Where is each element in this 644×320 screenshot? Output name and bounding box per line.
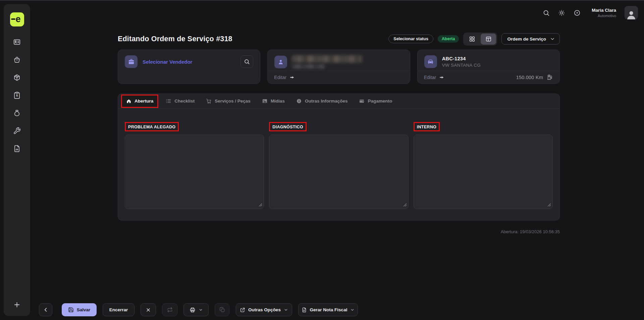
back-button[interactable]: [39, 303, 52, 316]
other-options-button[interactable]: Outras Opções: [236, 303, 292, 316]
tab-abertura[interactable]: Abertura: [122, 95, 157, 107]
fields-row: PROBLEMA ALEGADO DIAGNÓSTICO INTERNO: [118, 109, 559, 209]
field-label: PROBLEMA ALEGADO: [128, 125, 175, 129]
vehicle-edit-link[interactable]: Editar: [424, 75, 445, 80]
save-label: Salvar: [77, 307, 91, 312]
fuel-icon[interactable]: [547, 74, 553, 80]
svg-text:?: ?: [576, 11, 578, 15]
wrench-icon: [13, 127, 21, 135]
cards-row: Selecionar Vendedor Editar: [118, 50, 560, 84]
customer-edit-label: Editar: [274, 75, 286, 80]
sidebar-item-services[interactable]: [13, 127, 21, 135]
close-order-button[interactable]: Encerrar: [103, 303, 135, 316]
grid-view-button[interactable]: [464, 34, 480, 45]
tab-label: Serviços / Peças: [215, 99, 251, 104]
order-panel: Abertura Checklist Serviços / Peças Mídi…: [118, 93, 560, 220]
other-options-label: Outras Opções: [248, 307, 281, 312]
printer-icon: [190, 307, 196, 313]
close-icon: [146, 307, 151, 313]
head-controls: Selecionar status Aberta Ordem de Serviç…: [388, 33, 560, 46]
chevron-down-icon: [350, 308, 355, 312]
sidebar: e $: [4, 4, 30, 316]
arrow-right-icon: [439, 75, 444, 80]
vendor-card: Selecionar Vendedor: [118, 50, 260, 84]
generate-invoice-button[interactable]: Gerar Nota Fiscal: [298, 303, 358, 316]
interno-textarea[interactable]: [414, 135, 553, 209]
user-name: Maria Clara: [592, 8, 616, 13]
odometer: 150.000 Km: [516, 74, 553, 80]
redacted-line-1: [292, 55, 362, 63]
app-logo[interactable]: e: [10, 12, 24, 26]
chevron-down-icon: [550, 36, 555, 42]
opened-at-timestamp: Abertura: 19/03/2026 10:56:35: [118, 229, 560, 234]
diagnostico-textarea[interactable]: [269, 135, 408, 209]
redacted-line-2: [292, 64, 324, 69]
vendor-search-button[interactable]: [240, 55, 253, 68]
status-badge: Aberta: [438, 35, 459, 43]
table-view-icon: [485, 36, 492, 42]
sidebar-item-products[interactable]: [13, 73, 21, 81]
money-bag-icon: [13, 109, 21, 117]
save-icon: [68, 307, 74, 313]
sidebar-item-sales[interactable]: [13, 56, 21, 64]
page-title: Editando Ordem de Serviço #318: [118, 35, 232, 43]
id-card-icon: [13, 38, 21, 46]
status-selector-button[interactable]: Selecionar status: [388, 35, 433, 43]
sidebar-item-finance[interactable]: [13, 109, 21, 117]
avatar[interactable]: [625, 6, 638, 19]
sidebar-item-reports[interactable]: [13, 144, 21, 152]
generate-invoice-label: Gerar Nota Fiscal: [310, 307, 347, 312]
cancel-button[interactable]: [141, 303, 156, 316]
logo-bar: [11, 18, 15, 20]
wallet-icon: [359, 98, 365, 104]
tabbar: Abertura Checklist Serviços / Peças Mídi…: [118, 94, 559, 109]
duplicate-button[interactable]: [215, 303, 229, 316]
vehicle-card: ABC-1234 VW SANTANA CG Editar 150.000 Km: [417, 50, 560, 84]
close-order-label: Encerrar: [109, 307, 128, 312]
view-toggle: [463, 33, 497, 46]
sidebar-item-customers[interactable]: [13, 38, 21, 46]
customer-edit-link[interactable]: Editar: [274, 75, 295, 80]
field-problema-alegado: PROBLEMA ALEGADO: [125, 122, 264, 209]
tab-label: Checklist: [174, 99, 195, 104]
vehicle-info: ABC-1234 VW SANTANA CG: [442, 56, 481, 68]
home-icon: [126, 99, 131, 104]
table-view-button[interactable]: [481, 34, 496, 45]
save-button[interactable]: Salvar: [62, 303, 97, 316]
tab-servicos-pecas[interactable]: Serviços / Peças: [206, 98, 251, 104]
annotation-box-diagnostico: DIAGNÓSTICO: [269, 122, 307, 131]
print-button[interactable]: [183, 303, 209, 316]
user-role: Automotivo: [592, 14, 616, 18]
select-vendor-link[interactable]: Selecionar Vendedor: [143, 59, 192, 65]
user-icon: [274, 56, 287, 68]
sidebar-item-billing[interactable]: $: [13, 91, 21, 99]
document-type-dropdown[interactable]: Ordem de Serviço: [501, 33, 560, 45]
document-icon: [302, 307, 307, 313]
help-icon[interactable]: ?: [574, 9, 581, 16]
chevron-down-icon: [199, 308, 203, 312]
tab-outras-informacoes[interactable]: Outras Informações: [296, 98, 348, 104]
grid-view-icon: [469, 36, 475, 42]
top-divider: [0, 0, 644, 1]
app-window: e $: [0, 0, 644, 320]
annotation-box-abertura: Abertura: [121, 94, 158, 108]
search-icon: [244, 59, 250, 65]
plus-icon: [13, 301, 21, 309]
invoice-icon: $: [13, 91, 21, 99]
tab-midias[interactable]: Mídias: [262, 98, 285, 104]
page-head: Editando Ordem de Serviço #318 Seleciona…: [118, 32, 560, 46]
search-icon[interactable]: [543, 9, 550, 16]
brightness-icon[interactable]: [558, 9, 565, 16]
tab-label: Outras Informações: [305, 99, 348, 104]
chevron-left-icon: [43, 307, 49, 313]
customer-card: Editar: [267, 50, 410, 84]
field-label: INTERNO: [417, 125, 436, 129]
tab-pagamento[interactable]: Pagamento: [359, 98, 392, 104]
tab-checklist[interactable]: Checklist: [166, 98, 195, 104]
refresh-button[interactable]: [162, 303, 177, 316]
package-icon: [13, 74, 21, 81]
topbar: ? Maria Clara Automotivo: [543, 3, 638, 22]
sidebar-add-button[interactable]: [13, 301, 21, 309]
tab-label: Mídias: [271, 99, 285, 104]
problema-alegado-textarea[interactable]: [125, 135, 264, 209]
